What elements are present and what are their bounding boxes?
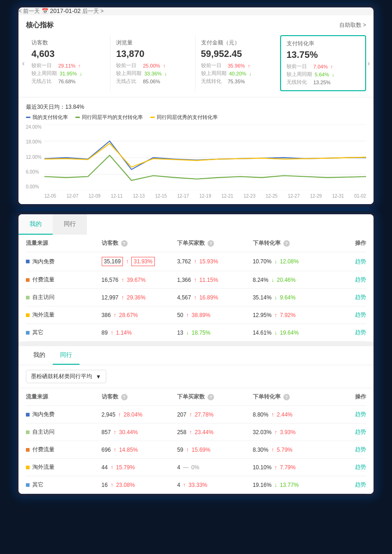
conversion-help-icon[interactable]: ?	[283, 240, 290, 247]
source-dot	[26, 296, 30, 299]
pageviews-value: 13,870	[116, 49, 189, 59]
conversion-prev-day: 较前一日 7.04%	[287, 63, 360, 70]
source-dot	[26, 413, 30, 417]
date-nav: < 前一天 📅 2017-01-02 后一天 >	[18, 7, 374, 15]
trend-link[interactable]: 趋势	[355, 411, 366, 417]
legend-dot-yellow	[150, 117, 155, 118]
section-tab-peer[interactable]: 同行	[53, 346, 80, 365]
chart-subtitle: 最近30天日均：13.84%	[26, 103, 366, 111]
metrics-next-btn[interactable]: ›	[368, 59, 370, 68]
trend-link[interactable]: 趋势	[355, 429, 366, 435]
pageviews-wireless: 无线占比 85.06%	[116, 78, 189, 85]
col-header-visitors: 访客数 ?	[102, 239, 178, 247]
payment-prev-day: 较前一日 35.96%	[201, 62, 274, 69]
col-header-conversion: 下单转化率 ?	[253, 239, 329, 247]
section-gap	[18, 342, 374, 346]
peer-dropdown-section: 墨粉硒鼓耗材类同行平均 ▼	[18, 365, 374, 388]
table-row: 付费流量 16,576 ↑ 39.67% 1,366 ↑ 11.15% 8.24…	[26, 271, 366, 289]
trend-link[interactable]: 趋势	[355, 276, 366, 283]
source-taobao-free: 淘内免费	[26, 258, 102, 266]
main-tab-bar: 我的 同行	[18, 214, 374, 235]
table-row: 自主访问 857 ↑ 30.44% 258 ↑ 23.44% 32.03% ↑ …	[26, 423, 366, 441]
legend-dot-green	[75, 117, 80, 118]
peer-col-action: 操作	[328, 393, 366, 401]
source-dot	[26, 260, 30, 263]
next-day-btn[interactable]: 后一天 >	[82, 8, 104, 14]
metrics-prev-btn[interactable]: ‹	[22, 59, 24, 68]
visitors-taobao-free: 35,169 ↑ 31.93%	[102, 257, 178, 266]
legend-my-rate: 我的支付转化率	[26, 114, 68, 121]
visitors-value: 4,603	[31, 49, 104, 59]
pageviews-up-icon	[163, 63, 166, 68]
pageviews-prev-week: 较上周同期 33.36%	[116, 70, 189, 77]
conversion-wireless: 无线转化 13.25%	[287, 79, 360, 86]
trend-link[interactable]: 趋势	[355, 258, 366, 265]
orders-taobao-free: 3,762 ↑ 15.93%	[177, 258, 253, 265]
peer-data-table: 流量来源 访客数 ? 下单买家数 ? 下单转化率 ? 操作	[18, 388, 374, 494]
peer-visitors-help[interactable]: ?	[121, 394, 128, 400]
table-row: 付费流量 696 ↑ 14.85% 59 ↑ 15.69% 8.30% ↑ 5.…	[26, 441, 366, 459]
col-header-source: 流量来源	[26, 239, 102, 247]
current-date: 2017-01-02	[50, 7, 81, 14]
col-header-orders: 下单买家数 ?	[177, 239, 253, 247]
metric-card-visitors: 访客数 4,603 较前一日 29.11% 较上周同期 31.95% 无线占比	[26, 35, 110, 91]
table-row: 淘外流量 386 ↑ 28.67% 50 ↑ 38.89% 12.95% ↑ 7…	[26, 306, 366, 324]
tab-peer[interactable]: 同行	[53, 214, 87, 235]
orders-help-icon[interactable]: ?	[208, 240, 214, 247]
peer-category-dropdown[interactable]: 墨粉硒鼓耗材类同行平均 ▼	[26, 370, 106, 383]
table-row: 自主访问 12,997 ↑ 29.36% 4,567 ↑ 16.89% 35.1…	[26, 289, 366, 306]
table-row: 淘内免费 2,945 ↑ 28.04% 207 ↑ 27.78% 8.80% ↑…	[26, 406, 366, 423]
tab-my[interactable]: 我的	[18, 214, 53, 235]
trend-link[interactable]: 趋势	[355, 446, 366, 453]
source-dot	[26, 466, 30, 469]
calendar-icon: 📅	[42, 8, 49, 14]
table-row: 其它 16 ↑ 23.08% 4 ↑ 33.33% 19.16% ↓ 13.77…	[26, 476, 366, 494]
visitors-prev-week: 较上周同期 31.95%	[31, 70, 104, 77]
chart-container: 24.00% 18.00% 12.00% 6.00% 0.00%	[26, 124, 366, 199]
visitors-prev-day: 较前一日 29.11%	[31, 62, 104, 69]
visitors-up-icon	[78, 63, 81, 68]
pageviews-down-icon	[165, 71, 167, 76]
chart-x-axis: 12-05 12-07 12-09 12-11 12-13 12-15 12-1…	[44, 193, 366, 199]
conversion-up-icon	[331, 64, 333, 69]
source-dot	[26, 313, 30, 317]
payment-prev-week: 较上周同期 40.20%	[201, 70, 274, 77]
source-dot	[26, 331, 30, 335]
section-tab-my[interactable]: 我的	[26, 346, 53, 365]
payment-up-icon	[248, 63, 251, 68]
metric-card-pageviews: 浏览量 13,870 较前一日 25.00% 较上周同期 33.36% 无线占比	[110, 35, 195, 91]
trend-link[interactable]: 趋势	[355, 329, 366, 336]
conversion-taobao-free: 10.70% ↓ 12.08%	[253, 258, 329, 265]
payment-value: 59,952.45	[201, 49, 274, 59]
trend-link[interactable]: 趋势	[355, 294, 366, 300]
pageviews-label: 浏览量	[116, 39, 189, 47]
legend-best-rate: 同行同层优秀的支付转化率	[150, 114, 218, 121]
payment-down-icon	[249, 71, 252, 76]
metric-card-conversion: 支付转化率 13.75% 较前一日 7.04% 较上周同期 5.64% 无线转化	[280, 35, 366, 91]
source-dot	[26, 278, 30, 282]
trend-link[interactable]: 趋势	[355, 464, 366, 470]
conversion-prev-week: 较上周同期 5.64%	[287, 71, 360, 78]
legend-dot-blue	[26, 117, 31, 118]
top-panel: < 前一天 📅 2017-01-02 后一天 > 核心指标 自助取数 > ‹ 访…	[16, 5, 376, 207]
action-taobao-free: 趋势	[328, 258, 366, 266]
my-data-table: 流量来源 访客数 ? 下单买家数 ? 下单转化率 ? 操作	[18, 235, 374, 342]
conversion-label: 支付转化率	[287, 40, 360, 48]
trend-link[interactable]: 趋势	[355, 481, 366, 488]
visitors-help-icon[interactable]: ?	[121, 240, 128, 247]
self-help-btn[interactable]: 自助取数 >	[339, 21, 366, 29]
conversion-down-icon	[332, 72, 335, 77]
peer-conversion-help[interactable]: ?	[283, 394, 290, 400]
peer-col-source: 流量来源	[26, 393, 102, 401]
peer-orders-help[interactable]: ?	[208, 394, 214, 400]
source-dot	[26, 448, 30, 452]
metrics-header: 核心指标 自助取数 >	[26, 21, 366, 30]
prev-day-btn[interactable]: < 前一天	[18, 8, 40, 14]
trend-link[interactable]: 趋势	[355, 311, 366, 318]
visitors-highlighted: 35,169	[102, 257, 123, 266]
chevron-down-icon: ▼	[96, 373, 101, 380]
metric-card-payment: 支付金额（元） 59,952.45 较前一日 35.96% 较上周同期 40.2…	[196, 35, 280, 91]
visitors-label: 访客数	[31, 39, 104, 47]
table-row: 淘外流量 44 ↑ 15.79% 4 — 0% 10.10% ↑ 7.79%	[26, 459, 366, 476]
peer-col-conversion: 下单转化率 ?	[253, 393, 329, 401]
